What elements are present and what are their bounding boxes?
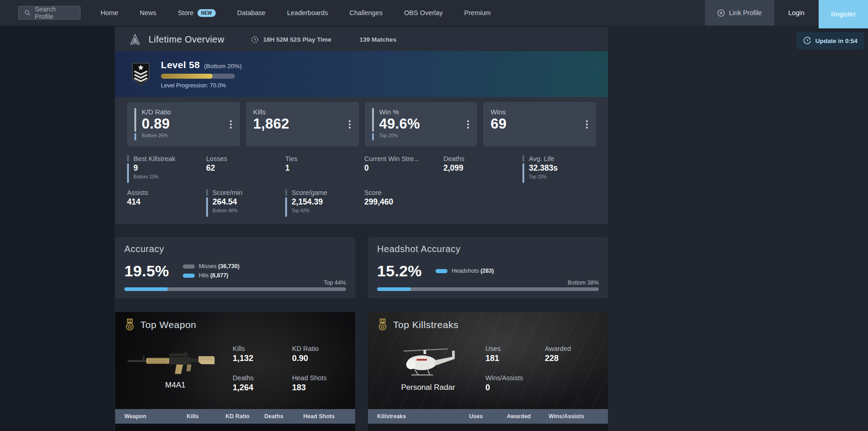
stat-label: Uses [485, 345, 539, 352]
stat-value: 1,862 [253, 116, 289, 131]
stat-value: 0 [485, 383, 539, 393]
nav-item-database[interactable]: Database [237, 9, 266, 16]
stat-label: Kills [253, 108, 289, 116]
stat-label: Current Win Stre... [364, 155, 419, 162]
register-button[interactable]: Register [819, 0, 868, 28]
level-title: Level 58 [161, 59, 200, 70]
stat-value: 32.383s [529, 163, 558, 173]
th-kills[interactable]: Kills [186, 413, 225, 420]
nav-item-challenges[interactable]: Challenges [349, 9, 383, 16]
accuracy-value: 19.5% [124, 262, 169, 280]
nav-item-store[interactable]: Store NEW [178, 9, 216, 17]
login-button[interactable]: Login [774, 0, 819, 26]
stat-value: 228 [545, 354, 599, 363]
stat-value: 0 [364, 163, 419, 173]
th-uses[interactable]: Uses [469, 413, 506, 420]
top-killstreak-name: Personal Radar [401, 383, 455, 392]
search-profile-button[interactable]: Search Profile [18, 6, 80, 20]
percentile-accent-bar [206, 189, 208, 217]
refresh-clock-icon [803, 37, 811, 45]
card-menu-button[interactable] [465, 119, 471, 130]
accuracy-panel: Accuracy 19.5% Misses (36,730) Hits (8,8… [115, 237, 355, 298]
stat-label: Ties [285, 155, 298, 162]
weapon-image-m4a1 [126, 348, 225, 377]
th-deaths[interactable]: Deaths [264, 413, 303, 420]
nav-item-premium[interactable]: Premium [464, 9, 491, 16]
link-profile-button[interactable]: Link Profile [705, 0, 774, 26]
weapon-stat-kd-ratio: KD Ratio 0.90 [292, 345, 346, 363]
top-weapon-card: Top Weapon [115, 312, 355, 431]
stat-label: KD Ratio [292, 345, 346, 352]
th-wins-assists[interactable]: Wins/Assists [548, 413, 599, 420]
stat-percentile: Top 20% [379, 133, 420, 138]
nav-item-leaderboards[interactable]: Leaderboards [287, 9, 328, 16]
level-percentile: (Bottom 20%) [204, 63, 242, 70]
nav-item-news[interactable]: News [140, 9, 156, 16]
headshot-progress-fill [377, 287, 411, 291]
stat-card-kd-ratio: K/D Ratio 0.89 Bottom 26% [127, 102, 240, 146]
stat-label: K/D Ratio [142, 108, 171, 116]
headshot-accuracy-title: Headshot Accuracy [377, 244, 599, 254]
matches-count: 139 Matches [360, 36, 396, 43]
level-banner: Level 58 (Bottom 20%) Level Progression:… [115, 51, 608, 97]
game-logo-icon [129, 33, 141, 46]
stat-value: 181 [485, 354, 539, 363]
weapon-stat-head-shots: Head Shots 183 [292, 374, 346, 393]
killstreak-stat-wins-assists: Wins/Assists 0 [485, 374, 539, 393]
nav-item-home[interactable]: Home [101, 9, 118, 16]
th-killstreaks[interactable]: Killstreaks [377, 413, 469, 420]
update-timer-label: Update in 0:54 [815, 38, 857, 44]
stat-score-per-game: Score/game 2,154.39 Top 42% [285, 189, 359, 217]
card-menu-button[interactable] [347, 119, 352, 130]
legend-pill [436, 269, 447, 273]
top-weapon-stats: Kills 1,132 KD Ratio 0.90 Deaths 1,264 [226, 345, 346, 393]
stat-value: 2,154.39 [292, 197, 327, 207]
headshot-accuracy-value: 15.2% [377, 262, 422, 280]
stat-value: 183 [292, 383, 346, 393]
th-awarded[interactable]: Awarded [507, 413, 549, 420]
stat-label: Avg. Life [529, 155, 558, 162]
card-menu-button[interactable] [584, 119, 590, 130]
th-weapon[interactable]: Weapon [124, 413, 186, 420]
stat-losses: Losses 62 [206, 155, 280, 183]
stat-percentile: Top 42% [292, 208, 327, 213]
stat-current-win-streak: Current Win Stre... 0 [364, 155, 438, 183]
th-head-shots[interactable]: Head Shots [303, 413, 346, 420]
lifetime-overview-page: Lifetime Overview 18H 52M 52S Play Time … [115, 26, 608, 431]
nav-item-obs-overlay[interactable]: OBS Overlay [404, 9, 443, 16]
level-progress-fill [161, 74, 213, 79]
headshot-accuracy-panel: Headshot Accuracy 15.2% Headshots (283) … [368, 237, 608, 298]
stat-label: Wins/Assists [485, 374, 539, 382]
stats-panel: K/D Ratio 0.89 Bottom 26% Kills 1,862 Wi… [115, 97, 608, 224]
stat-assists: Assists 414 [127, 189, 201, 217]
headshot-progress-bar [377, 287, 599, 291]
killstreak-stat-awarded: Awarded 228 [545, 345, 599, 363]
stat-label: Deaths [233, 374, 287, 382]
top-items-row: Top Weapon [115, 312, 608, 431]
stat-card-wins: Wins 69 [483, 102, 596, 146]
legend-label: Headshots [452, 268, 479, 274]
card-menu-button[interactable] [228, 119, 234, 130]
legend-headshots: Headshots (283) [436, 268, 494, 274]
link-profile-label: Link Profile [729, 9, 762, 16]
stat-score: Score 299,460 [364, 189, 438, 217]
stat-value: 0.89 [142, 116, 171, 131]
stat-label: Score [364, 189, 393, 196]
stat-best-killstreak: Best Killstreak 9 Bottom 23% [127, 155, 201, 183]
update-timer-button[interactable]: Update in 0:54 [796, 32, 864, 49]
th-kd-ratio[interactable]: KD Ratio [225, 413, 264, 420]
stat-value: 49.6% [379, 116, 420, 131]
stat-label: Head Shots [292, 374, 346, 382]
percentile-accent-bar [372, 108, 374, 140]
percentile-accent-bar [134, 108, 136, 140]
killstreaks-table-header: Killstreaks Uses Awarded Wins/Assists [368, 409, 608, 424]
stat-label: Assists [127, 189, 148, 196]
legend-count: (36,730) [218, 263, 240, 269]
stat-label: Kills [233, 345, 287, 352]
stat-value: 9 [133, 163, 176, 173]
stat-avg-life: Avg. Life 32.383s Top 33% [522, 155, 596, 183]
stat-card-win-pct: Win % 49.6% Top 20% [365, 102, 478, 146]
store-new-badge: NEW [197, 9, 216, 17]
stat-label: Best Killstreak [133, 155, 176, 162]
top-weapon-name: M4A1 [165, 381, 185, 390]
